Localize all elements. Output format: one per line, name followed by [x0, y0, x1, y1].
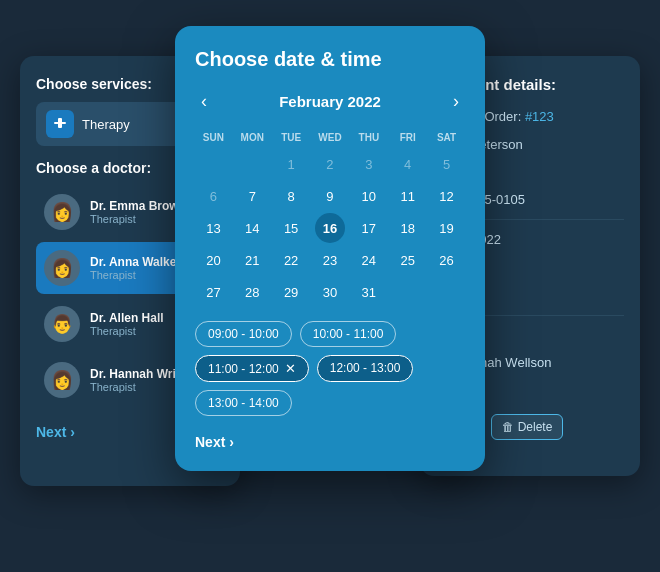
calendar-day[interactable]: 3	[354, 149, 384, 179]
calendar-dow: TUE	[273, 128, 310, 147]
calendar-day	[237, 149, 267, 179]
services-next-button[interactable]: Next ›	[36, 424, 75, 440]
calendar-day[interactable]: 27	[198, 277, 228, 307]
calendar-day[interactable]: 5	[432, 149, 462, 179]
calendar-day[interactable]: 19	[432, 213, 462, 243]
close-icon[interactable]: ✕	[285, 361, 296, 376]
calendar-dow: THU	[350, 128, 387, 147]
calendar-day[interactable]: 26	[432, 245, 462, 275]
calendar-day[interactable]: 6	[198, 181, 228, 211]
calendar-dow: MON	[234, 128, 271, 147]
time-slot[interactable]: 12:00 - 13:00	[317, 355, 414, 382]
time-slot[interactable]: 13:00 - 14:00	[195, 390, 292, 416]
calendar-month: February 2022	[279, 93, 381, 110]
calendar-day[interactable]: 2	[315, 149, 345, 179]
calendar-day[interactable]: 8	[276, 181, 306, 211]
calendar-day[interactable]: 29	[276, 277, 306, 307]
calendar-day[interactable]: 21	[237, 245, 267, 275]
calendar-day[interactable]: 23	[315, 245, 345, 275]
service-icon	[46, 110, 74, 138]
delete-button[interactable]: 🗑 Delete	[491, 414, 564, 440]
doctor-avatar: 👩	[44, 250, 80, 286]
selected-service-label: Therapy	[82, 117, 130, 132]
calendar-dow: WED	[312, 128, 349, 147]
calendar-day[interactable]: 17	[354, 213, 384, 243]
calendar-title: Choose date & time	[195, 48, 465, 71]
calendar-day[interactable]: 4	[393, 149, 423, 179]
chevron-right-icon: ›	[70, 424, 75, 440]
trash-icon: 🗑	[502, 420, 514, 434]
time-slot[interactable]: 11:00 - 12:00✕	[195, 355, 309, 382]
calendar-day[interactable]: 30	[315, 277, 345, 307]
time-slot-label: 11:00 - 12:00	[208, 362, 279, 376]
calendar-day[interactable]: 20	[198, 245, 228, 275]
doctor-avatar: 👨	[44, 306, 80, 342]
calendar-nav: ‹ February 2022 ›	[195, 89, 465, 114]
calendar-day[interactable]: 10	[354, 181, 384, 211]
calendar-day[interactable]: 15	[276, 213, 306, 243]
related-order-link[interactable]: #123	[525, 109, 554, 124]
calendar-day[interactable]: 9	[315, 181, 345, 211]
calendar-day[interactable]: 28	[237, 277, 267, 307]
calendar-day[interactable]: 13	[198, 213, 228, 243]
svg-rect-1	[58, 118, 62, 128]
calendar-day	[198, 149, 228, 179]
doctor-avatar: 👩	[44, 194, 80, 230]
next-month-button[interactable]: ›	[447, 89, 465, 114]
calendar-day	[393, 277, 423, 307]
calendar-day	[432, 277, 462, 307]
time-slot[interactable]: 10:00 - 11:00	[300, 321, 397, 347]
chevron-right-icon-cal: ›	[229, 434, 234, 450]
calendar-grid: SUNMONTUEWEDTHUFRISAT1234567891011121314…	[195, 128, 465, 307]
calendar-dow: SUN	[195, 128, 232, 147]
calendar-day[interactable]: 7	[237, 181, 267, 211]
prev-month-button[interactable]: ‹	[195, 89, 213, 114]
calendar-day[interactable]: 18	[393, 213, 423, 243]
time-slots: 09:00 - 10:0010:00 - 11:0011:00 - 12:00✕…	[195, 321, 465, 416]
calendar-day[interactable]: 24	[354, 245, 384, 275]
calendar-day[interactable]: 1	[276, 149, 306, 179]
calendar-day[interactable]: 12	[432, 181, 462, 211]
calendar-day[interactable]: 16	[315, 213, 345, 243]
time-slot[interactable]: 09:00 - 10:00	[195, 321, 292, 347]
calendar-day[interactable]: 11	[393, 181, 423, 211]
calendar-dow: FRI	[389, 128, 426, 147]
calendar-day[interactable]: 25	[393, 245, 423, 275]
calendar-card: Choose date & time ‹ February 2022 › SUN…	[175, 26, 485, 471]
doctor-avatar: 👩	[44, 362, 80, 398]
calendar-dow: SAT	[428, 128, 465, 147]
calendar-next-button[interactable]: Next ›	[195, 434, 234, 450]
calendar-day[interactable]: 31	[354, 277, 384, 307]
calendar-day[interactable]: 22	[276, 245, 306, 275]
calendar-day[interactable]: 14	[237, 213, 267, 243]
